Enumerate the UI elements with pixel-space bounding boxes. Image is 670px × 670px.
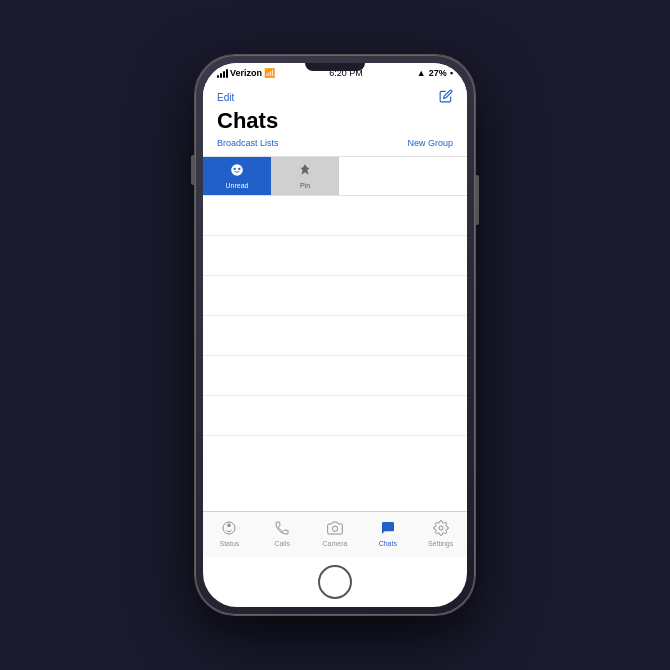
settings-tab-label: Settings bbox=[428, 540, 453, 547]
new-group-link[interactable]: New Group bbox=[407, 138, 453, 148]
tab-chats[interactable]: Chats bbox=[361, 520, 414, 547]
carrier-label: Verizon bbox=[230, 68, 262, 78]
svg-point-5 bbox=[332, 526, 337, 531]
nav-bar: Edit Chats Broadcast Lists New Group bbox=[203, 83, 467, 157]
broadcast-lists-link[interactable]: Broadcast Lists bbox=[217, 138, 279, 148]
svg-point-6 bbox=[439, 526, 443, 530]
calls-icon bbox=[274, 520, 290, 539]
table-row[interactable] bbox=[203, 276, 467, 316]
unread-tab-label: Unread bbox=[226, 182, 249, 189]
table-row[interactable] bbox=[203, 356, 467, 396]
table-row[interactable] bbox=[203, 196, 467, 236]
filter-tabs: Unread Pin bbox=[203, 157, 467, 196]
svg-point-0 bbox=[231, 164, 243, 176]
tab-all[interactable] bbox=[339, 157, 467, 195]
svg-point-2 bbox=[238, 168, 240, 170]
calls-tab-label: Calls bbox=[274, 540, 290, 547]
camera-tab-label: Camera bbox=[323, 540, 348, 547]
tab-calls[interactable]: Calls bbox=[256, 520, 309, 547]
status-icon bbox=[221, 520, 237, 539]
camera-icon bbox=[327, 520, 343, 539]
tab-pin[interactable]: Pin bbox=[271, 157, 339, 195]
pin-tab-icon bbox=[298, 163, 312, 180]
notch bbox=[305, 63, 365, 71]
compose-icon[interactable] bbox=[439, 89, 453, 106]
wifi-icon: 📶 bbox=[264, 68, 275, 78]
tab-bar: Status Calls bbox=[203, 511, 467, 557]
page-title: Chats bbox=[217, 108, 453, 134]
table-row[interactable] bbox=[203, 396, 467, 436]
table-row[interactable] bbox=[203, 236, 467, 276]
edit-button[interactable]: Edit bbox=[217, 92, 234, 103]
battery-icon: ▪ bbox=[450, 68, 453, 78]
chats-tab-label: Chats bbox=[379, 540, 397, 547]
tab-status[interactable]: Status bbox=[203, 520, 256, 547]
settings-icon bbox=[433, 520, 449, 539]
table-row[interactable] bbox=[203, 316, 467, 356]
chats-icon bbox=[380, 520, 396, 539]
tab-settings[interactable]: Settings bbox=[414, 520, 467, 547]
battery-label: 27% bbox=[429, 68, 447, 78]
status-tab-label: Status bbox=[219, 540, 239, 547]
home-button[interactable] bbox=[318, 565, 352, 599]
pin-tab-label: Pin bbox=[300, 182, 310, 189]
unread-tab-icon bbox=[230, 163, 244, 180]
phone-bottom bbox=[203, 557, 467, 607]
chat-list bbox=[203, 196, 467, 511]
tab-camera[interactable]: Camera bbox=[309, 520, 362, 547]
svg-point-4 bbox=[228, 524, 231, 527]
phone-frame: Verizon 📶 6:20 PM ▲ 27% ▪ Edit bbox=[195, 55, 475, 615]
svg-point-1 bbox=[234, 168, 236, 170]
tab-unread[interactable]: Unread bbox=[203, 157, 271, 195]
location-icon: ▲ bbox=[417, 68, 426, 78]
